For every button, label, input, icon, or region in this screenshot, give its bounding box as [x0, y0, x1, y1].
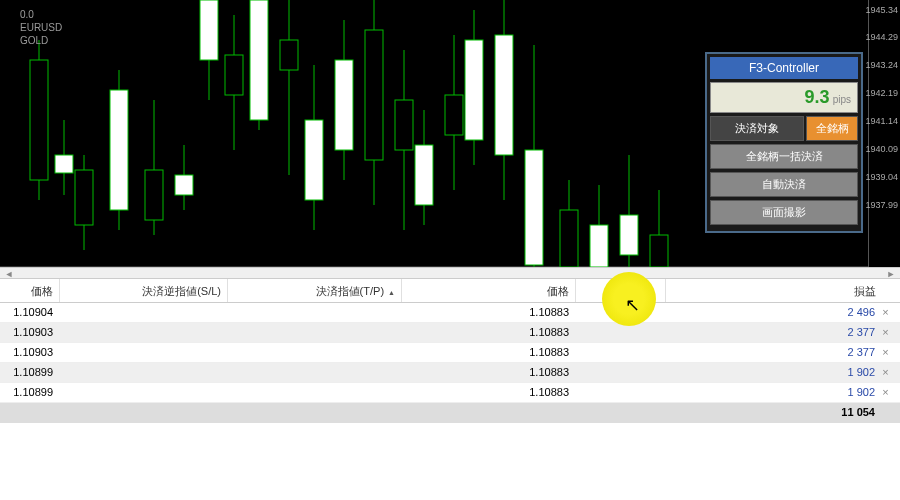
close-position-button[interactable]: ×	[882, 303, 896, 322]
cell-blank	[576, 303, 666, 322]
table-row[interactable]: 1.109041.108832 496×	[0, 303, 900, 323]
cell-pl: 2 377	[666, 323, 882, 342]
cell-tp	[228, 303, 402, 322]
header-sl[interactable]: 決済逆指値(S/L)	[60, 279, 228, 302]
pips-unit: pips	[833, 94, 851, 105]
cell-price2: 1.10883	[402, 343, 576, 362]
positions-table-body: 1.109041.108832 496×1.109031.108832 377×…	[0, 303, 900, 403]
cell-price1: 1.10899	[0, 383, 60, 402]
price-tick: 1941.14	[865, 116, 898, 126]
screenshot-button[interactable]: 画面撮影	[710, 200, 858, 225]
cell-tp	[228, 323, 402, 342]
table-row[interactable]: 1.109031.108832 377×	[0, 323, 900, 343]
svg-rect-17	[250, 0, 268, 120]
cell-tp	[228, 363, 402, 382]
symbol-list: 0.0 EURUSD GOLD	[20, 8, 62, 47]
svg-rect-41	[590, 225, 608, 267]
svg-rect-15	[225, 55, 243, 95]
svg-rect-19	[280, 40, 298, 70]
cell-tp	[228, 383, 402, 402]
cell-pl: 1 902	[666, 383, 882, 402]
cell-price2: 1.10883	[402, 303, 576, 322]
cell-sl	[60, 323, 228, 342]
svg-rect-27	[395, 100, 413, 150]
table-row[interactable]: 1.109031.108832 377×	[0, 343, 900, 363]
svg-rect-3	[55, 155, 73, 173]
close-position-button[interactable]: ×	[882, 323, 896, 342]
cell-price2: 1.10883	[402, 323, 576, 342]
positions-table-header: 価格 決済逆指値(S/L) 決済指値(T/P) 価格 損益	[0, 279, 900, 303]
price-axis: 1945.341944.291943.241942.191941.141940.…	[868, 0, 900, 267]
cell-blank	[576, 383, 666, 402]
bulk-settle-button[interactable]: 全銘柄一括決済	[710, 144, 858, 169]
cell-blank	[576, 323, 666, 342]
table-row[interactable]: 1.108991.108831 902×	[0, 383, 900, 403]
pips-value: 9.3	[805, 87, 830, 107]
cell-price1: 1.10904	[0, 303, 60, 322]
symbol-eurusd: EURUSD	[20, 21, 62, 34]
price-tick: 1945.34	[865, 5, 898, 15]
price-tick: 1942.19	[865, 88, 898, 98]
cell-blank	[576, 363, 666, 382]
symbol-value: 0.0	[20, 8, 62, 21]
svg-rect-31	[445, 95, 463, 135]
symbol-gold: GOLD	[20, 34, 62, 47]
controller-title[interactable]: F3-Controller	[710, 57, 858, 79]
cell-pl: 1 902	[666, 363, 882, 382]
total-pl: 11 054	[666, 403, 882, 423]
horizontal-scrollbar[interactable]: ◄ ►	[0, 267, 900, 279]
cell-sl	[60, 383, 228, 402]
settle-target-button[interactable]: 決済対象	[710, 116, 804, 141]
price-tick: 1944.29	[865, 32, 898, 42]
cell-pl: 2 377	[666, 343, 882, 362]
svg-rect-5	[75, 170, 93, 225]
svg-rect-1	[30, 60, 48, 180]
header-price1[interactable]: 価格	[0, 279, 60, 302]
svg-rect-13	[200, 0, 218, 60]
cell-price2: 1.10883	[402, 383, 576, 402]
cell-price2: 1.10883	[402, 363, 576, 382]
auto-settle-button[interactable]: 自動決済	[710, 172, 858, 197]
scroll-right-icon[interactable]: ►	[884, 269, 898, 279]
cell-price1: 1.10903	[0, 343, 60, 362]
svg-rect-9	[145, 170, 163, 220]
svg-rect-35	[495, 35, 513, 155]
cell-sl	[60, 303, 228, 322]
svg-rect-33	[465, 40, 483, 140]
scroll-left-icon[interactable]: ◄	[2, 269, 16, 279]
svg-rect-23	[335, 60, 353, 150]
price-tick: 1937.99	[865, 200, 898, 210]
close-position-button[interactable]: ×	[882, 383, 896, 402]
header-price2[interactable]: 価格	[402, 279, 576, 302]
header-pl[interactable]: 損益	[666, 279, 882, 302]
cell-price1: 1.10903	[0, 323, 60, 342]
cell-price1: 1.10899	[0, 363, 60, 382]
controller-panel: F3-Controller 9.3pips 決済対象 全銘柄 全銘柄一括決済 自…	[705, 52, 863, 233]
close-position-button[interactable]: ×	[882, 363, 896, 382]
svg-rect-21	[305, 120, 323, 200]
cell-tp	[228, 343, 402, 362]
svg-rect-29	[415, 145, 433, 205]
svg-rect-37	[525, 150, 543, 265]
svg-rect-25	[365, 30, 383, 160]
all-symbols-button[interactable]: 全銘柄	[806, 116, 858, 141]
price-tick: 1939.04	[865, 172, 898, 182]
svg-rect-7	[110, 90, 128, 210]
chart-area[interactable]: 0.0 EURUSD GOLD 1945.341944.291943.24194…	[0, 0, 900, 267]
price-tick: 1940.09	[865, 144, 898, 154]
total-row: 11 054	[0, 403, 900, 423]
cell-blank	[576, 343, 666, 362]
svg-rect-45	[650, 235, 668, 267]
cell-pl: 2 496	[666, 303, 882, 322]
cell-sl	[60, 343, 228, 362]
close-position-button[interactable]: ×	[882, 343, 896, 362]
pips-display: 9.3pips	[710, 82, 858, 113]
svg-rect-39	[560, 210, 578, 267]
header-tp[interactable]: 決済指値(T/P)	[228, 279, 402, 302]
svg-rect-11	[175, 175, 193, 195]
svg-rect-43	[620, 215, 638, 255]
header-blank[interactable]	[576, 279, 666, 302]
price-tick: 1943.24	[865, 60, 898, 70]
table-row[interactable]: 1.108991.108831 902×	[0, 363, 900, 383]
cell-sl	[60, 363, 228, 382]
